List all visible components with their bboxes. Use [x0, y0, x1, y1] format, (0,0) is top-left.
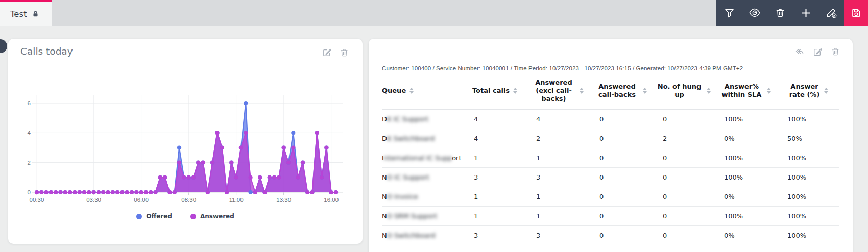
cell-answered-callbacks: 0 — [589, 173, 653, 181]
queue-cell: NO Invoice — [382, 193, 464, 200]
svg-text:03:30: 03:30 — [86, 197, 101, 203]
plus-icon — [800, 7, 812, 19]
filter-button[interactable] — [716, 0, 742, 26]
cell-hung-up: 0 — [653, 232, 714, 239]
preview-button[interactable] — [742, 0, 767, 26]
legend-dot — [190, 214, 196, 219]
eye-icon — [749, 7, 761, 19]
cell-answer-sla: 100% — [714, 212, 777, 220]
column-label: Queue — [382, 87, 406, 95]
svg-text:6: 6 — [28, 100, 31, 106]
save-button[interactable] — [844, 0, 868, 26]
table-header-row: QueueTotal callsAnswered (excl call-back… — [382, 71, 839, 110]
column-header-queue[interactable]: Queue — [382, 87, 464, 95]
column-header-hung-up[interactable]: No. of hung up — [653, 83, 714, 99]
cell-answer-rate: 100% — [777, 193, 839, 200]
table-body: DK IC Support4400100%100%DK Switchboard4… — [382, 110, 839, 245]
cell-answer-sla: 100% — [714, 173, 777, 181]
queue-cell: NO SRM Support — [382, 212, 464, 220]
undo-icon — [794, 51, 805, 59]
edit-cancel-button[interactable] — [818, 0, 844, 26]
cell-total-calls: 3 — [464, 232, 526, 239]
cell-answered-callbacks: 0 — [589, 212, 653, 220]
calls-today-widget: Calls today — [8, 39, 363, 244]
cell-total-calls: 1 — [464, 154, 526, 162]
column-header-total-calls[interactable]: Total calls — [464, 87, 526, 95]
delete-widget-button[interactable] — [829, 45, 841, 58]
queue-report-widget: Customer: 100400 / Service Number: 10040… — [369, 39, 853, 252]
cell-hung-up: 0 — [653, 154, 714, 162]
svg-text:13:30: 13:30 — [276, 197, 291, 203]
tab-test[interactable]: Test — [0, 0, 52, 26]
table-row[interactable]: International IC Support1100100%100% — [382, 148, 839, 168]
legend-answered[interactable]: Answered — [190, 213, 234, 220]
sort-icon — [824, 88, 828, 94]
sort-icon — [409, 88, 414, 94]
tab-strip — [52, 0, 716, 26]
legend-label: Answered — [200, 213, 234, 220]
table-row[interactable]: NO SRM Support1100100%100% — [382, 207, 839, 226]
svg-text:0: 0 — [28, 189, 31, 195]
undo-button[interactable] — [793, 45, 806, 58]
sort-icon — [580, 88, 584, 94]
redacted-text: O SRM Support — [387, 212, 437, 220]
cell-total-calls: 1 — [464, 193, 526, 200]
redacted-text: K Switchboard — [387, 135, 435, 142]
column-header-answered-callbacks[interactable]: Answered call-backs — [589, 83, 653, 99]
edit-widget-button[interactable] — [811, 45, 824, 58]
column-header-answered-excl[interactable]: Answered (excl call-backs) — [526, 79, 589, 104]
report-toolbar — [716, 0, 868, 26]
svg-text:00:30: 00:30 — [30, 197, 44, 203]
legend-dot — [136, 214, 142, 219]
trash-icon — [830, 51, 840, 58]
cell-answered-excl: 1 — [526, 193, 589, 200]
cell-total-calls: 4 — [464, 115, 526, 123]
column-header-answer-sla[interactable]: Answer% within SLA — [714, 83, 777, 99]
column-label: Answer rate (%) — [789, 83, 821, 99]
table-row[interactable]: DK IC Support4400100%100% — [382, 110, 839, 129]
table-row[interactable]: NO Switchboard33000%100% — [382, 226, 839, 245]
column-label: No. of hung up — [656, 83, 703, 99]
queue-cell: International IC Support — [382, 154, 464, 162]
sort-icon — [707, 88, 711, 94]
add-button[interactable] — [793, 0, 818, 26]
cell-answer-rate: 100% — [777, 154, 839, 162]
trash-icon — [775, 7, 786, 18]
tab-label: Test — [10, 9, 27, 19]
cell-answered-callbacks: 0 — [589, 193, 653, 200]
cell-total-calls: 4 — [464, 135, 526, 142]
svg-text:06:00: 06:00 — [134, 197, 149, 203]
cell-answer-rate: 50% — [777, 135, 839, 142]
sort-icon — [643, 88, 647, 94]
lock-icon — [32, 10, 39, 18]
sort-icon — [767, 88, 771, 94]
cell-hung-up: 0 — [653, 173, 714, 181]
cell-answered-excl: 1 — [526, 212, 589, 220]
queue-cell: DK Switchboard — [382, 135, 464, 142]
table-row[interactable]: NO IC Support3300100%100% — [382, 168, 839, 187]
cell-answer-sla: 0% — [714, 135, 777, 142]
cell-total-calls: 3 — [464, 173, 526, 181]
column-header-answer-rate[interactable]: Answer rate (%) — [777, 83, 839, 99]
svg-text:11:00: 11:00 — [229, 197, 244, 203]
column-label: Answered (excl call-backs) — [532, 79, 576, 104]
cell-answered-callbacks: 0 — [589, 154, 653, 162]
cell-answered-callbacks: 0 — [589, 115, 653, 123]
queue-cell: NO Switchboard — [382, 232, 464, 239]
legend-offered[interactable]: Offered — [136, 213, 172, 220]
filter-icon — [724, 7, 735, 19]
cell-answer-sla: 0% — [714, 232, 777, 239]
svg-text:08:30: 08:30 — [181, 197, 196, 203]
cell-answer-sla: 0% — [714, 193, 777, 200]
table-row[interactable]: NO Invoice11000%100% — [382, 187, 839, 207]
side-handle[interactable] — [0, 39, 7, 53]
cell-total-calls: 1 — [464, 212, 526, 220]
cell-answered-callbacks: 0 — [589, 135, 653, 142]
delete-button[interactable] — [767, 0, 793, 26]
table-row[interactable]: DK Switchboard42020%50% — [382, 129, 839, 148]
queue-cell: NO IC Support — [382, 173, 464, 181]
edit-icon — [812, 51, 823, 59]
cell-answered-excl: 4 — [526, 115, 589, 123]
cell-answered-excl: 1 — [526, 154, 589, 162]
cell-hung-up: 0 — [653, 193, 714, 200]
